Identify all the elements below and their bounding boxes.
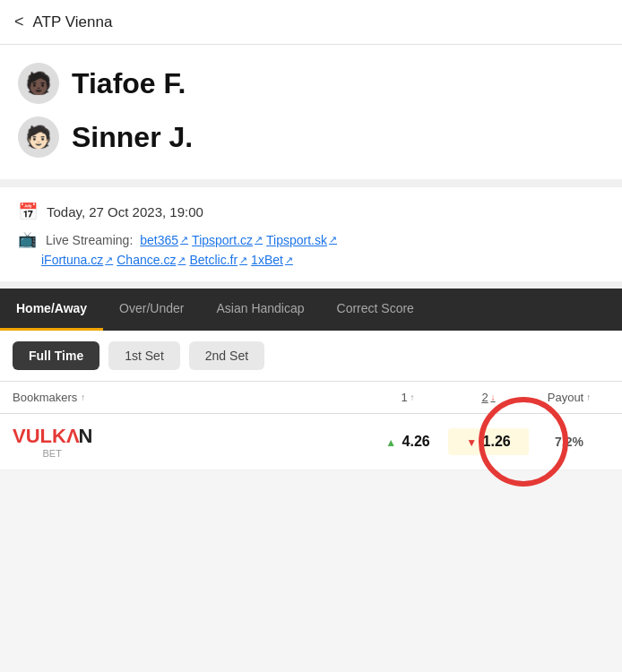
streaming-row-2: iFortuna.cz ↗ Chance.cz ↗ Betclic.fr ↗ 1… bbox=[18, 253, 604, 267]
th-payout-label: Payout bbox=[548, 391, 583, 404]
player-name-1: Tiafoe F. bbox=[72, 67, 186, 100]
payout-value: 7.2% bbox=[555, 435, 583, 449]
col2-value: 1.26 bbox=[483, 434, 511, 449]
th-bookmakers-sort-icon: ↑ bbox=[81, 392, 85, 402]
streaming-link-ifortuna[interactable]: iFortuna.cz ↗ bbox=[41, 253, 113, 267]
player-name-2: Sinner J. bbox=[72, 121, 193, 154]
match-info: 📅 Today, 27 Oct 2023, 19:00 📺 Live Strea… bbox=[0, 186, 622, 281]
th-payout-sort-icon: ↑ bbox=[586, 392, 591, 402]
streaming-link-chance[interactable]: Chance.cz ↗ bbox=[117, 253, 186, 267]
tab-asian-handicap[interactable]: Asian Handicap bbox=[200, 289, 320, 331]
th-bookmakers[interactable]: Bookmakers ↑ bbox=[13, 391, 367, 404]
tv-icon: 📺 bbox=[18, 230, 37, 249]
vulkan-logo: VULKΛN BET bbox=[13, 425, 91, 459]
th-col-payout[interactable]: Payout ↑ bbox=[529, 391, 609, 404]
tab-correct-score[interactable]: Correct Score bbox=[321, 289, 430, 331]
streaming-label: Live Streaming: bbox=[46, 233, 133, 247]
sub-tab-1st-set[interactable]: 1st Set bbox=[108, 341, 180, 370]
streaming-link-tipsport-sk[interactable]: Tipsport.sk ↗ bbox=[266, 233, 337, 247]
odds-col-payout: 7.2% bbox=[529, 435, 609, 449]
avatar-player-2: 🧑🏻 bbox=[18, 116, 59, 158]
sub-tab-full-time[interactable]: Full Time bbox=[13, 341, 99, 370]
odds-col1: ▲ 4.26 bbox=[367, 434, 448, 450]
calendar-icon: 📅 bbox=[18, 202, 38, 221]
odds-col2: ▼ 1.26 bbox=[448, 428, 529, 455]
bookmaker-col: VULKΛN BET bbox=[13, 425, 367, 459]
th-bookmakers-label: Bookmakers bbox=[13, 391, 77, 404]
streaming-link-bet365[interactable]: bet365 ↗ bbox=[140, 233, 188, 247]
th-col2[interactable]: 2 ↓ bbox=[448, 391, 529, 404]
players-section: 🧑🏿 Tiafoe F. 🧑🏻 Sinner J. bbox=[0, 45, 622, 179]
header: < ATP Vienna bbox=[0, 0, 622, 45]
col1-value: 4.26 bbox=[402, 434, 430, 449]
streaming-link-tipsport-cz[interactable]: Tipsport.cz ↗ bbox=[192, 233, 263, 247]
sub-tab-2nd-set[interactable]: 2nd Set bbox=[189, 341, 264, 370]
streaming-row: 📺 Live Streaming: bet365 ↗ Tipsport.cz ↗… bbox=[18, 230, 604, 249]
col2-arrow-icon: ▼ bbox=[466, 436, 477, 449]
vulkan-logo-text: VULKΛN bbox=[13, 425, 91, 448]
vulkan-bet-sub: BET bbox=[13, 448, 91, 459]
match-date-text: Today, 27 Oct 2023, 19:00 bbox=[47, 204, 203, 220]
streaming-link-1xbet[interactable]: 1xBet ↗ bbox=[251, 253, 293, 267]
player-row-1: 🧑🏿 Tiafoe F. bbox=[18, 63, 604, 104]
main-tabs: Home/Away Over/Under Asian Handicap Corr… bbox=[0, 289, 622, 331]
th-col1-label: 1 bbox=[401, 391, 407, 404]
avatar-player-1: 🧑🏿 bbox=[18, 63, 59, 104]
col1-arrow-icon: ▲ bbox=[385, 436, 396, 449]
th-col1[interactable]: 1 ↑ bbox=[367, 391, 448, 404]
tab-home-away[interactable]: Home/Away bbox=[0, 289, 103, 331]
tab-over-under[interactable]: Over/Under bbox=[103, 289, 200, 331]
streaming-link-betclic[interactable]: Betclic.fr ↗ bbox=[189, 253, 247, 267]
sub-tabs: Full Time 1st Set 2nd Set bbox=[0, 331, 622, 382]
player-row-2: 🧑🏻 Sinner J. bbox=[18, 116, 604, 158]
table-header: Bookmakers ↑ 1 ↑ 2 ↓ Payout ↑ bbox=[0, 382, 622, 414]
th-col2-sort-icon: ↓ bbox=[491, 392, 496, 402]
th-col1-sort-icon: ↑ bbox=[410, 392, 415, 402]
match-date-row: 📅 Today, 27 Oct 2023, 19:00 bbox=[18, 202, 604, 221]
page-title: ATP Vienna bbox=[33, 13, 113, 31]
th-col2-label: 2 bbox=[481, 391, 488, 404]
odds-row-vulkan: VULKΛN BET ▲ 4.26 ▼ 1.26 7.2% bbox=[0, 414, 622, 470]
back-button[interactable]: < bbox=[14, 13, 24, 31]
